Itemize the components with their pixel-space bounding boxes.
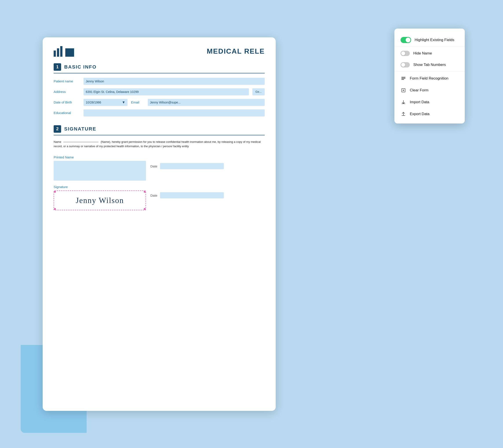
printed-name-label: Printed Name xyxy=(54,155,265,159)
address-input[interactable] xyxy=(84,88,249,95)
menu-divider-1 xyxy=(394,71,465,72)
import-data-item[interactable]: Import Data xyxy=(394,96,465,108)
svg-rect-2 xyxy=(402,79,404,80)
geo-button[interactable]: Ge... xyxy=(252,88,265,95)
printed-date-row: Date xyxy=(150,163,224,169)
sig-name-underline[interactable] xyxy=(63,142,99,142)
educational-label: Educational xyxy=(54,111,80,115)
logo-bar-2 xyxy=(57,48,59,57)
educational-input[interactable] xyxy=(84,110,265,116)
logo-bar-3 xyxy=(60,46,62,57)
highlight-toggle-track xyxy=(401,37,411,43)
svg-rect-1 xyxy=(402,78,405,79)
sig-text-name-label: Name xyxy=(54,140,61,144)
form-field-recognition-item[interactable]: Form Field Recognition xyxy=(394,73,465,84)
patient-name-row: Patient name xyxy=(54,78,265,85)
patient-name-input[interactable] xyxy=(84,78,265,85)
export-data-item[interactable]: Export Data xyxy=(394,108,465,120)
sig-text-body: (Name), hereby grant permission for you … xyxy=(54,140,261,148)
show-tab-toggle-thumb xyxy=(401,63,405,67)
form-card: MEDICAL RELE 1 BASIC INFO Patient name A… xyxy=(43,37,276,411)
sig-date-row: Date xyxy=(150,192,224,198)
import-data-label: Import Data xyxy=(410,100,429,104)
patient-name-label: Patient name xyxy=(54,79,80,83)
email-input[interactable] xyxy=(148,99,265,106)
sig-dot-tl xyxy=(54,191,56,193)
show-tab-toggle-track xyxy=(401,62,410,67)
dob-email-row: Date of Birth 10/28/1986 ▼ Email xyxy=(54,99,265,106)
printed-date-input[interactable] xyxy=(160,163,224,169)
clear-form-icon xyxy=(401,87,406,93)
sig-handwriting-value: Jenny Wilson xyxy=(76,196,124,205)
dob-dropdown-arrow[interactable]: ▼ xyxy=(122,100,125,104)
export-data-label: Export Data xyxy=(410,112,430,116)
highlight-toggle[interactable] xyxy=(401,37,411,43)
svg-rect-0 xyxy=(402,77,405,78)
show-tab-toggle[interactable] xyxy=(401,62,410,67)
dob-label: Date of Birth xyxy=(54,100,80,104)
import-data-icon xyxy=(401,99,406,105)
logo-bars xyxy=(54,46,74,57)
clear-form-item[interactable]: Clear Form xyxy=(394,84,465,96)
printed-name-box[interactable] xyxy=(54,161,146,181)
address-label: Address xyxy=(54,90,80,94)
hide-name-toggle[interactable] xyxy=(401,51,410,56)
sig-dot-tr xyxy=(144,191,146,193)
sig-date-label: Date xyxy=(150,193,157,197)
logo-bar-1 xyxy=(54,50,56,57)
form-field-icon xyxy=(401,76,406,81)
show-tab-numbers-item[interactable]: Show Tab Numbers xyxy=(394,59,465,71)
form-title: MEDICAL RELE xyxy=(207,47,265,55)
section-basic-info: 1 BASIC INFO Patient name Address Ge... … xyxy=(54,63,265,116)
dob-value: 10/28/1986 xyxy=(86,101,101,104)
export-data-icon xyxy=(401,111,406,117)
printed-name-section: Printed Name Date xyxy=(54,155,265,181)
show-tab-numbers-label: Show Tab Numbers xyxy=(413,63,446,67)
section-1-number: 1 xyxy=(54,63,61,71)
email-label: Email xyxy=(131,100,144,104)
form-header: MEDICAL RELE xyxy=(54,46,265,57)
section-2-number: 2 xyxy=(54,125,61,133)
hide-name-toggle-track xyxy=(401,51,410,56)
clear-form-label: Clear Form xyxy=(410,88,428,93)
hide-name-toggle-thumb xyxy=(401,51,405,55)
form-field-recognition-label: Form Field Recognition xyxy=(410,76,449,81)
section-2-title: SIGNATURE xyxy=(64,126,96,132)
section-1-title: BASIC INFO xyxy=(64,64,97,70)
highlight-toggle-label: Highlight Existing Fields xyxy=(415,38,454,42)
educational-row: Educational xyxy=(54,110,265,116)
section-1-header: 1 BASIC INFO xyxy=(54,63,265,73)
hide-name-item[interactable]: Hide Name xyxy=(394,48,465,59)
highlight-toggle-thumb xyxy=(406,38,410,42)
logo-square xyxy=(65,48,74,57)
scene: MEDICAL RELE 1 BASIC INFO Patient name A… xyxy=(21,15,482,433)
hide-name-label: Hide Name xyxy=(413,51,432,56)
sig-date-input[interactable] xyxy=(160,192,224,198)
dob-input[interactable]: 10/28/1986 ▼ xyxy=(84,99,128,106)
sig-dot-br xyxy=(144,208,146,210)
printed-date-label: Date xyxy=(150,164,157,168)
section-signature: 2 SIGNATURE Name (Name), hereby grant pe… xyxy=(54,125,265,210)
address-row: Address Ge... xyxy=(54,88,265,95)
section-2-header: 2 SIGNATURE xyxy=(54,125,265,135)
signature-section: Signature Jenny Wilson Date xyxy=(54,185,265,210)
dropdown-menu: Highlight Existing Fields Hide Name Show… xyxy=(394,29,465,124)
highlight-toggle-row[interactable]: Highlight Existing Fields xyxy=(394,34,465,46)
sig-dot-bl xyxy=(54,208,56,210)
sig-text: Name (Name), hereby grant permission for… xyxy=(54,140,265,149)
signature-label: Signature xyxy=(54,185,265,189)
signature-box[interactable]: Jenny Wilson xyxy=(54,191,146,210)
